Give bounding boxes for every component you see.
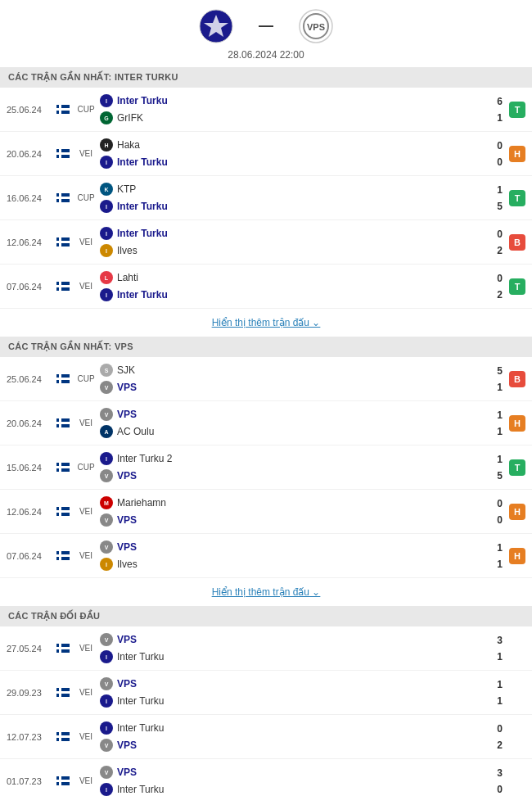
team2-name: VPS xyxy=(117,470,137,482)
match-teams: I Inter Turku 2 V VPS xyxy=(100,449,497,486)
team2-score: 1 xyxy=(497,693,503,709)
team2-score: 2 xyxy=(497,242,503,259)
team1-logo: K xyxy=(100,183,113,196)
finland-flag-icon xyxy=(56,418,70,427)
result-badge: T xyxy=(509,102,525,118)
match-group: 20.06.24 VEI H Haka xyxy=(0,132,532,176)
scores-col: 1 5 xyxy=(497,451,503,484)
match-type: VEI xyxy=(72,644,100,653)
team1-name: VPS xyxy=(117,678,137,690)
team2-score: 0 xyxy=(497,512,503,528)
team1-name: Lahti xyxy=(117,272,138,283)
team1-logo: I xyxy=(100,721,113,735)
team2-logo: V xyxy=(100,513,113,527)
team2-row: G GrIFK xyxy=(100,110,497,126)
match-teams: V VPS I Inter Turku xyxy=(100,630,497,667)
flag-fi xyxy=(54,193,72,202)
team2-name: Inter Turku xyxy=(117,289,168,301)
team2-logo: A xyxy=(100,425,113,438)
match-date-cell: 07.06.24 xyxy=(7,282,54,292)
team1-score: 1 xyxy=(497,676,503,693)
team1-score: 0 xyxy=(497,721,503,737)
match-teams: H Haka I Inter Turku xyxy=(100,135,497,172)
team2-logo: I xyxy=(100,200,113,213)
match-type: VEI xyxy=(72,418,100,427)
match-group: 27.05.24 VEI V VPS xyxy=(0,626,532,671)
team1-name: Inter Turku 2 xyxy=(117,453,172,464)
match-teams: I Inter Turku V VPS xyxy=(100,718,497,755)
team1-logo: V xyxy=(100,633,113,646)
team1-row: I Inter Turku xyxy=(100,720,497,736)
team1-logo: H xyxy=(100,138,113,152)
match-date-cell: 15.06.24 xyxy=(7,463,54,473)
team2-score: 2 xyxy=(497,737,503,753)
team2-score: 1 xyxy=(497,556,503,572)
team1-name: VPS xyxy=(117,767,137,778)
team1-name: Inter Turku xyxy=(117,95,168,106)
match-date: 28.06.2024 22:00 xyxy=(0,49,532,67)
match-teams: L Lahti I Inter Turku xyxy=(100,268,497,305)
finland-flag-icon xyxy=(56,776,70,785)
scores-col: 0 2 xyxy=(497,721,503,753)
team1-score: 3 xyxy=(497,765,503,781)
match-type: VEI xyxy=(72,149,100,158)
team1-logo: L xyxy=(100,271,113,284)
team2-row: I Ilves xyxy=(100,242,497,259)
team2-row: V VPS xyxy=(100,468,497,484)
match-date-cell: 16.06.24 xyxy=(7,193,54,203)
team2-score: 5 xyxy=(497,468,503,484)
match-group: 12.06.24 VEI M Mariehamn xyxy=(0,490,532,534)
team2-name: VPS xyxy=(117,739,137,751)
flag-fi xyxy=(54,237,72,246)
show-more-inter-turku[interactable]: Hiển thị thêm trận đấu ⌄ xyxy=(0,309,532,337)
team2-row: V VPS xyxy=(100,512,497,528)
match-row: 12.07.23 VEI I Inter Turku xyxy=(0,715,532,758)
result-badge: B xyxy=(509,234,525,251)
team2-score: 0 xyxy=(497,781,503,797)
team2-name: Ilves xyxy=(117,559,138,570)
team1-name: VPS xyxy=(117,634,137,645)
finland-flag-icon xyxy=(56,237,70,246)
match-type: CUP xyxy=(72,463,100,472)
finland-flag-icon xyxy=(56,149,70,158)
team1-row: L Lahti xyxy=(100,269,497,286)
match-date-cell: 25.06.24 xyxy=(7,374,54,384)
team1-score: 0 xyxy=(497,495,503,512)
team1-row: V VPS xyxy=(100,764,497,780)
match-date-cell: 20.06.24 xyxy=(7,149,54,159)
team2-logo: V xyxy=(100,469,113,482)
team2-score: 1 xyxy=(497,649,503,665)
finland-flag-icon xyxy=(56,507,70,516)
match-teams: V VPS I Inter Turku xyxy=(100,674,497,711)
match-row: 25.06.24 CUP S SJK xyxy=(0,357,532,400)
team1-row: I Inter Turku 2 xyxy=(100,450,497,467)
scores-col: 6 1 xyxy=(497,93,503,126)
match-teams: V VPS I Ilves xyxy=(100,537,497,574)
team2-logo: VPS xyxy=(298,8,334,44)
page-container: — VPS 28.06.2024 22:00 CÁC TRẬN GẦN NHẤT… xyxy=(0,0,532,796)
scores-col: 3 1 xyxy=(497,632,503,665)
match-row: 07.06.24 VEI L Lahti xyxy=(0,265,532,308)
finland-flag-icon xyxy=(56,193,70,202)
match-row: 29.09.23 VEI V VPS xyxy=(0,671,532,714)
show-more-vps[interactable]: Hiển thị thêm trận đấu ⌄ xyxy=(0,578,532,606)
flag-fi xyxy=(54,776,72,785)
team1-score: 3 xyxy=(497,632,503,649)
team2-name: Inter Turku xyxy=(117,784,164,795)
match-group: 12.07.23 VEI I Inter Turku xyxy=(0,715,532,759)
section-vps: CÁC TRẬN GẦN NHẤT: VPS xyxy=(0,337,532,357)
team1-row: V VPS xyxy=(100,539,497,555)
team2-row: I Inter Turku xyxy=(100,781,497,796)
match-group: 25.06.24 CUP I Inter Turku xyxy=(0,88,532,132)
match-group: 15.06.24 CUP I Inter Turku 2 xyxy=(0,445,532,490)
team1-name: VPS xyxy=(117,409,137,420)
flag-fi xyxy=(54,149,72,158)
team2-row: V VPS xyxy=(100,379,497,396)
match-teams: S SJK V VPS xyxy=(100,360,497,397)
match-type: VEI xyxy=(72,507,100,516)
scores-col: 0 2 xyxy=(497,226,503,259)
inter-turku-matches: 25.06.24 CUP I Inter Turku xyxy=(0,88,532,309)
match-row: 01.07.23 VEI V VPS xyxy=(0,759,532,796)
team1-logo: V xyxy=(100,677,113,690)
team1-score: 0 xyxy=(497,226,503,242)
